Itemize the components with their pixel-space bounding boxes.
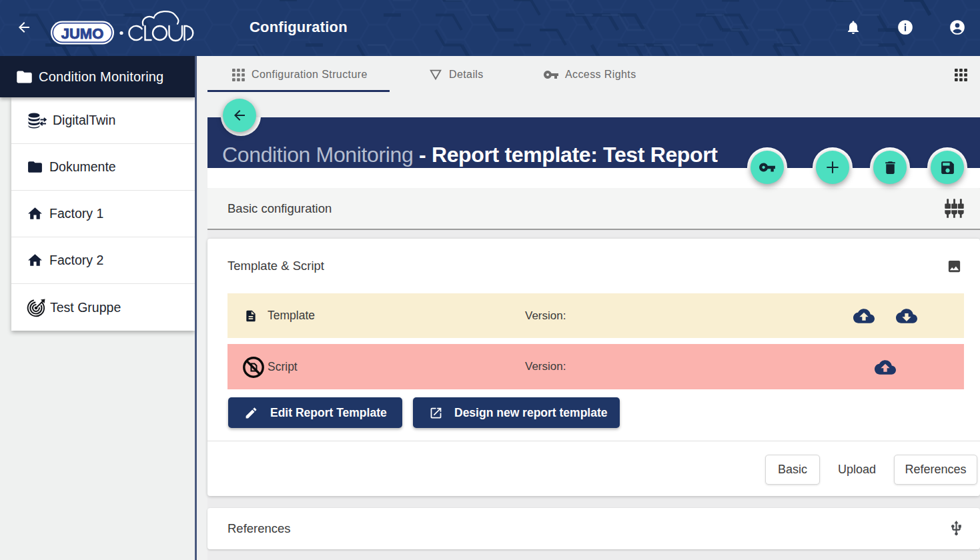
svg-text:JUMO: JUMO bbox=[61, 25, 104, 42]
